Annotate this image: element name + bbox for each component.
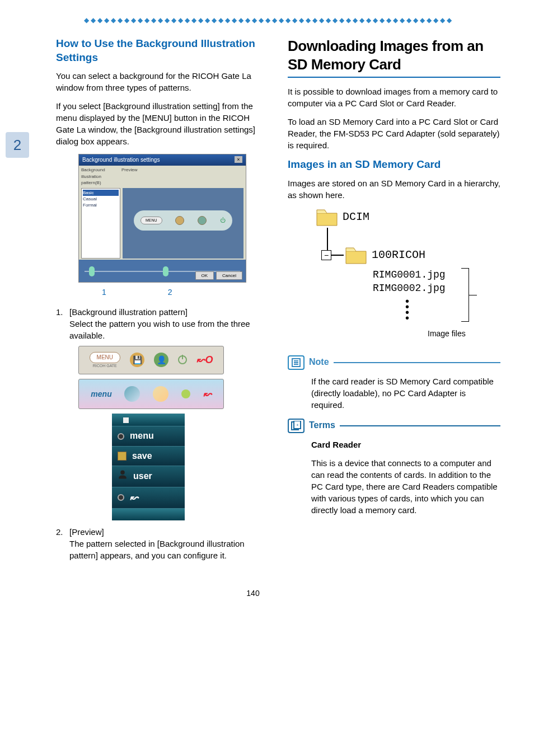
page-number: 140: [6, 588, 500, 599]
right-p1: It is possible to download images from a…: [288, 86, 500, 109]
num-2: 2.: [56, 526, 69, 561]
terms-body: This is a device that connects to a comp…: [311, 457, 500, 516]
item1-title: [Background illustration pattern]: [69, 306, 269, 318]
file-1: RIMG0001.jpg: [373, 268, 446, 282]
section-tab: 2: [6, 132, 29, 158]
slider-knob-2[interactable]: [163, 266, 168, 276]
callout-1: 1: [102, 287, 106, 298]
pattern3-header: [112, 414, 185, 426]
save-icon: [118, 452, 127, 461]
left-column: How to Use the Background Illustration S…: [56, 37, 269, 566]
folder-100ricoh: 100RICOH: [372, 247, 425, 263]
dialog-title-text: Background illustration settings: [82, 156, 160, 164]
dialog-titlebar: Background illustration settings ×: [79, 154, 246, 166]
note-icon: [288, 355, 305, 370]
save-icon[interactable]: [175, 216, 184, 225]
swoosh-icon: ↜: [203, 387, 212, 401]
save-icon[interactable]: [124, 386, 140, 402]
folder-dcim: DCIM: [343, 209, 369, 225]
left-margin: 2: [6, 37, 37, 566]
menu-icon: [118, 433, 124, 440]
terms-block: Card Reader This is a device that connec…: [311, 439, 500, 516]
dialog-preview: MENU ⏻: [123, 188, 243, 259]
folder-icon: [316, 208, 338, 227]
pattern3-row-menu[interactable]: menu: [112, 426, 185, 445]
pattern3-row-save[interactable]: save: [112, 446, 185, 466]
power-icon[interactable]: ⏻: [220, 217, 226, 224]
menu-button[interactable]: menu: [91, 389, 111, 400]
ricoh-gate-label: RICOH GATE: [90, 363, 120, 369]
right-p2: To load an SD Memory Card into a PC Card…: [288, 116, 500, 151]
item2-body: The pattern selected in [Background illu…: [69, 538, 269, 561]
power-icon[interactable]: [178, 355, 187, 364]
terms-label: Terms: [309, 419, 335, 431]
ok-button[interactable]: OK: [195, 271, 214, 280]
dialog-screenshot: Background illustration settings × Backg…: [78, 154, 246, 283]
dialog-list[interactable]: Basic Casual Formal: [81, 188, 120, 259]
left-p2: If you select [Background illustration s…: [56, 100, 269, 147]
pattern3-row-user[interactable]: user: [112, 466, 185, 486]
cancel-button[interactable]: Cancel: [216, 271, 242, 280]
left-p1: You can select a background for the RICO…: [56, 70, 269, 93]
menu-button[interactable]: MENU: [90, 352, 120, 363]
right-subheading: Images in an SD Memory Card: [288, 158, 500, 172]
list-item[interactable]: Basic: [83, 190, 119, 196]
right-p3: Images are stored on an SD Memory Card i…: [288, 177, 500, 201]
dot-icon: [118, 494, 124, 501]
note-body: If the card reader is SD Memory Card com…: [311, 375, 500, 411]
save-icon[interactable]: 💾: [130, 353, 144, 367]
list-item-1: 1. [Background illustration pattern] Sel…: [56, 306, 269, 341]
left-heading: How to Use the Background Illustration S…: [56, 37, 269, 64]
dialog-preview-header: Preview: [121, 167, 137, 186]
callout-2: 2: [168, 287, 172, 298]
terms-rule: [340, 425, 500, 426]
ellipsis-icon: ••••: [405, 298, 409, 321]
swoosh-icon: ↜O: [196, 353, 213, 367]
columns: 2 How to Use the Background Illustration…: [6, 37, 500, 566]
tree-toggle-icon[interactable]: −: [321, 250, 331, 260]
dialog-bottom: OK Cancel: [79, 260, 246, 282]
callout-labels: 1 2: [78, 287, 246, 298]
menu-button[interactable]: MENU: [140, 217, 162, 224]
close-icon[interactable]: ×: [235, 156, 242, 163]
note-label: Note: [309, 356, 329, 368]
section-rule: [288, 77, 500, 78]
list-item[interactable]: Formal: [83, 202, 119, 208]
pattern3-row-swoosh[interactable]: ↜: [112, 487, 185, 508]
right-heading: Downloading Images from an SD Memory Car…: [288, 37, 500, 73]
image-files-label: Image files: [428, 328, 466, 340]
terms-header: + Terms: [288, 419, 500, 433]
terms-title: Card Reader: [311, 439, 500, 450]
file-2: RIMG0002.jpg: [373, 281, 446, 295]
page: 2 How to Use the Background Illustration…: [0, 0, 534, 616]
user-icon[interactable]: [198, 216, 207, 225]
right-column: Downloading Images from an SD Memory Car…: [288, 37, 500, 566]
pattern-basic: MENU RICOH GATE 💾 👤 ↜O: [78, 346, 224, 375]
item2-title: [Preview]: [69, 526, 269, 538]
slider-knob-1[interactable]: [89, 266, 95, 276]
folder-icon: [345, 246, 367, 265]
pattern3-footer: [112, 508, 185, 520]
pattern-casual: menu ↜: [78, 379, 224, 409]
power-icon[interactable]: [181, 389, 190, 398]
swoosh-icon: ↜: [130, 491, 138, 505]
pattern-formal: menu save user ↜: [112, 414, 185, 520]
dialog-list-header: Background illustration pattern(B): [81, 167, 121, 186]
user-icon: [118, 469, 128, 483]
list-item-2: 2. [Preview] The pattern selected in [Ba…: [56, 526, 269, 561]
folder-diagram: DCIM − 100RICOH RIMG0001.jpg RIMG0002.jp…: [305, 208, 500, 348]
item1-body: Select the pattern you wish to use from …: [69, 318, 269, 341]
user-icon[interactable]: [153, 386, 168, 402]
note-header: Note: [288, 355, 500, 370]
note-rule: [334, 362, 500, 363]
minimize-icon[interactable]: [123, 417, 129, 423]
dialog-body: Basic Casual Formal MENU ⏻: [79, 187, 246, 260]
terms-icon: +: [288, 419, 305, 433]
decorative-border: [37, 17, 500, 24]
preview-bar: MENU ⏻: [134, 210, 232, 231]
user-icon[interactable]: 👤: [154, 353, 168, 367]
list-item[interactable]: Casual: [83, 196, 119, 202]
svg-text:+: +: [296, 422, 299, 428]
num-1: 1.: [56, 306, 69, 341]
